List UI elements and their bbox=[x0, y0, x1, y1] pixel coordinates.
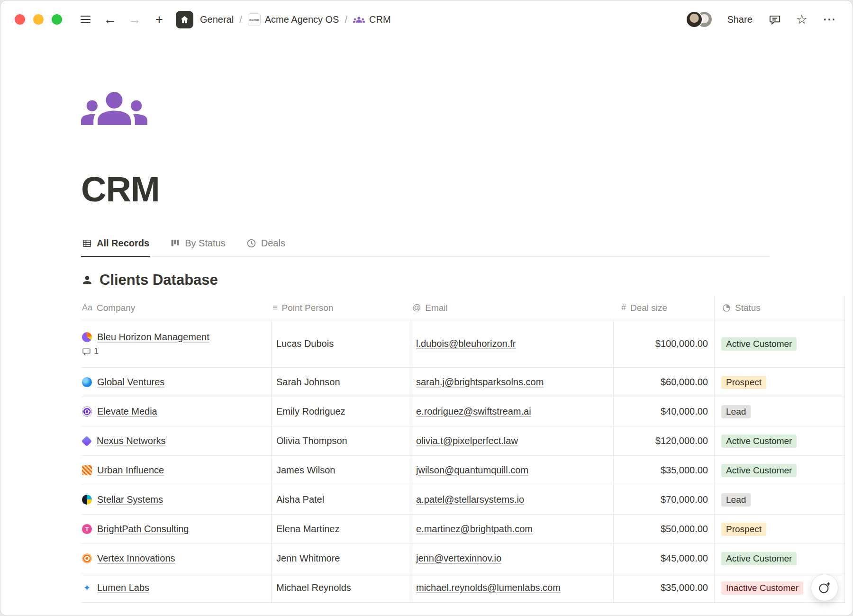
status-cell[interactable]: Active Customer bbox=[715, 456, 845, 485]
table-row[interactable]: Urban Influence James Wilson jwilson@qua… bbox=[81, 456, 845, 485]
table-row[interactable]: Vertex Innovations Jenn Whitmore jenn@ve… bbox=[81, 544, 845, 573]
point-person-cell[interactable]: Jenn Whitmore bbox=[272, 544, 411, 573]
column-header-company[interactable]: Aa Company bbox=[81, 296, 272, 320]
table-header-row: Aa Company ≡ Point Person @ Email # Deal… bbox=[81, 296, 845, 320]
deal-size-cell[interactable]: $70,000.00 bbox=[614, 485, 715, 514]
email-link[interactable]: a.patel@stellarsystems.io bbox=[416, 494, 524, 505]
status-cell[interactable]: Active Customer bbox=[715, 544, 845, 573]
point-person-cell[interactable]: Lucas Dubois bbox=[272, 320, 411, 367]
email-link[interactable]: michael.reynolds@lumenlabs.com bbox=[416, 582, 561, 593]
table-row[interactable]: Elevate Media Emily Rodriguez e.rodrigue… bbox=[81, 397, 845, 426]
point-person-cell[interactable]: Olivia Thompson bbox=[272, 426, 411, 455]
company-link[interactable]: Urban Influence bbox=[97, 465, 164, 476]
status-badge: Inactive Customer bbox=[721, 581, 803, 595]
deal-size-cell[interactable]: $120,000.00 bbox=[614, 426, 715, 455]
breadcrumb-item-crm[interactable]: CRM bbox=[353, 14, 391, 26]
comment-count-label: 1 bbox=[94, 346, 99, 356]
status-cell[interactable]: Active Customer bbox=[715, 426, 845, 455]
close-button[interactable] bbox=[15, 14, 25, 25]
text-property-icon: Aa bbox=[82, 303, 92, 313]
email-cell[interactable]: e.martinez@brightpath.com bbox=[411, 515, 614, 544]
point-person-cell[interactable]: Aisha Patel bbox=[272, 485, 411, 514]
email-link[interactable]: olivia.t@pixelperfect.law bbox=[416, 435, 518, 446]
column-header-point-person[interactable]: ≡ Point Person bbox=[272, 296, 411, 320]
tab-by-status[interactable]: By Status bbox=[169, 235, 227, 257]
back-button[interactable]: ← bbox=[100, 9, 120, 29]
forward-button[interactable]: → bbox=[125, 9, 145, 29]
email-cell[interactable]: e.rodriguez@swiftstream.ai bbox=[411, 397, 614, 426]
column-header-deal-size[interactable]: # Deal size bbox=[614, 296, 715, 320]
point-person-cell[interactable]: James Wilson bbox=[272, 456, 411, 485]
status-cell[interactable]: Lead bbox=[715, 485, 845, 514]
share-button[interactable]: Share bbox=[724, 14, 755, 26]
point-person-cell[interactable]: Michael Reynolds bbox=[272, 573, 411, 602]
email-link[interactable]: e.rodriguez@swiftstream.ai bbox=[416, 406, 531, 417]
minimize-button[interactable] bbox=[33, 14, 44, 25]
company-link[interactable]: Nexus Networks bbox=[97, 435, 166, 446]
company-link[interactable]: Stellar Systems bbox=[97, 494, 163, 505]
status-cell[interactable]: Active Customer bbox=[715, 320, 845, 367]
page-icon[interactable] bbox=[81, 75, 147, 142]
table-row[interactable]: Stellar Systems Aisha Patel a.patel@stel… bbox=[81, 485, 845, 515]
sidebar-toggle-button[interactable] bbox=[75, 9, 95, 29]
tab-label: All Records bbox=[97, 238, 149, 249]
email-link[interactable]: jenn@vertexinnov.io bbox=[416, 553, 501, 564]
new-tab-button[interactable]: + bbox=[149, 9, 169, 29]
email-cell[interactable]: a.patel@stellarsystems.io bbox=[411, 485, 614, 514]
point-person-cell[interactable]: Emily Rodriguez bbox=[272, 397, 411, 426]
zoom-button[interactable] bbox=[52, 14, 62, 25]
deal-size-cell[interactable]: $40,000.00 bbox=[614, 397, 715, 426]
email-link[interactable]: l.dubois@bleuhorizon.fr bbox=[416, 338, 516, 349]
company-cell: Global Ventures bbox=[81, 368, 272, 397]
company-link[interactable]: Global Ventures bbox=[97, 377, 164, 388]
email-cell[interactable]: michael.reynolds@lumenlabs.com bbox=[411, 573, 614, 602]
tab-all-records[interactable]: All Records bbox=[81, 235, 150, 257]
deal-size-cell[interactable]: $50,000.00 bbox=[614, 515, 715, 544]
deal-size-cell[interactable]: $45,000.00 bbox=[614, 544, 715, 573]
email-link[interactable]: sarah.j@brightsparksolns.com bbox=[416, 377, 544, 388]
breadcrumb-item-workspace[interactable]: acme Acme Agency OS bbox=[248, 13, 339, 26]
more-options-button[interactable]: ⋯ bbox=[821, 11, 838, 28]
status-cell[interactable]: Lead bbox=[715, 397, 845, 426]
window-titlebar: ← → + General / acme Acme Agency OS / bbox=[0, 0, 853, 38]
deal-size-cell[interactable]: $60,000.00 bbox=[614, 368, 715, 397]
email-cell[interactable]: olivia.t@pixelperfect.law bbox=[411, 426, 614, 455]
status-cell[interactable]: Prospect bbox=[715, 368, 845, 397]
email-cell[interactable]: sarah.j@brightsparksolns.com bbox=[411, 368, 614, 397]
table-row[interactable]: BrightPath Consulting Elena Martinez e.m… bbox=[81, 515, 845, 544]
notion-ai-button[interactable] bbox=[811, 574, 838, 601]
company-link[interactable]: Bleu Horizon Management bbox=[97, 332, 209, 343]
deal-size-cell[interactable]: $35,000.00 bbox=[614, 456, 715, 485]
company-link[interactable]: Vertex Innovations bbox=[97, 553, 175, 564]
email-link[interactable]: jwilson@quantumquill.com bbox=[416, 465, 528, 476]
point-person-cell[interactable]: Sarah Johnson bbox=[272, 368, 411, 397]
company-link[interactable]: BrightPath Consulting bbox=[97, 524, 189, 534]
email-cell[interactable]: jenn@vertexinnov.io bbox=[411, 544, 614, 573]
deal-size-cell[interactable]: $100,000.00 bbox=[614, 320, 715, 367]
tab-deals[interactable]: Deals bbox=[245, 235, 286, 257]
company-link[interactable]: Elevate Media bbox=[97, 406, 157, 417]
breadcrumb-item-general[interactable]: General bbox=[200, 14, 234, 25]
email-cell[interactable]: jwilson@quantumquill.com bbox=[411, 456, 614, 485]
table-row[interactable]: Global Ventures Sarah Johnson sarah.j@br… bbox=[81, 368, 845, 397]
favorite-button[interactable]: ☆ bbox=[794, 11, 809, 28]
comments-button[interactable] bbox=[767, 11, 783, 27]
table-row[interactable]: Bleu Horizon Management 1 Lucas Dubois l… bbox=[81, 320, 845, 368]
company-link[interactable]: Lumen Labs bbox=[97, 582, 149, 593]
email-link[interactable]: e.martinez@brightpath.com bbox=[416, 524, 533, 534]
view-tabs: All Records By Status Deals bbox=[81, 235, 769, 257]
point-person-cell[interactable]: Elena Martinez bbox=[272, 515, 411, 544]
home-button[interactable] bbox=[176, 11, 193, 28]
clients-table: Aa Company ≡ Point Person @ Email # Deal… bbox=[81, 296, 845, 603]
status-cell[interactable]: Prospect bbox=[715, 515, 845, 544]
comment-count[interactable]: 1 bbox=[82, 346, 99, 356]
board-view-icon bbox=[170, 238, 180, 248]
app-window: ← → + General / acme Acme Agency OS / bbox=[0, 0, 853, 616]
column-header-email[interactable]: @ Email bbox=[411, 296, 614, 320]
deal-size-cell[interactable]: $35,000.00 bbox=[614, 573, 715, 602]
column-header-status[interactable]: Status bbox=[715, 296, 845, 320]
table-row[interactable]: Nexus Networks Olivia Thompson olivia.t@… bbox=[81, 426, 845, 456]
email-cell[interactable]: l.dubois@bleuhorizon.fr bbox=[411, 320, 614, 367]
company-logo-icon bbox=[82, 435, 92, 446]
table-row[interactable]: ✦ Lumen Labs Michael Reynolds michael.re… bbox=[81, 573, 845, 603]
